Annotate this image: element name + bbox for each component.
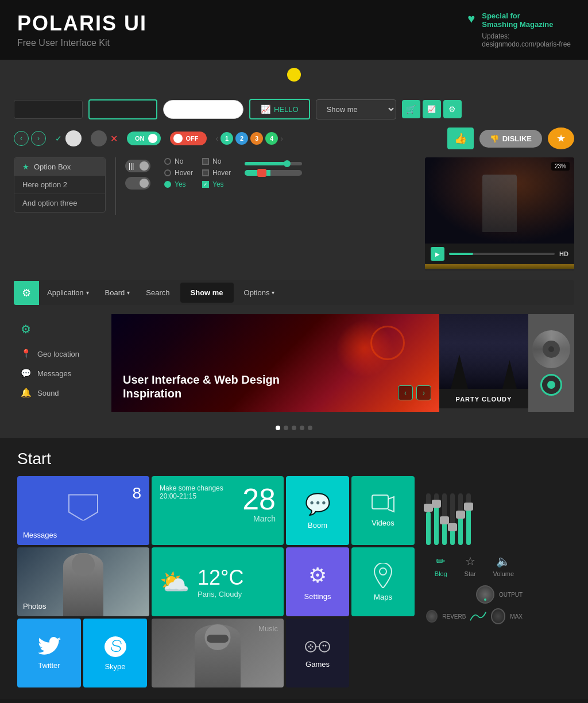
switch-on[interactable]: ON [127, 132, 161, 145]
banner-subtitle: Inspiration [123, 387, 280, 400]
svg-point-2 [319, 642, 330, 652]
toggle-circle-dark[interactable] [91, 130, 107, 146]
banner-dots [0, 421, 588, 438]
controls-row2: ‹ › ✓ ✕ ON OFF [14, 128, 574, 149]
nav-gear-btn[interactable]: ⚙ [14, 281, 39, 305]
eq-bar-5[interactable] [458, 493, 463, 545]
dot-1[interactable] [276, 426, 280, 430]
tile-music[interactable]: Music [152, 619, 284, 687]
output-knob[interactable] [476, 585, 494, 604]
video-progress-bar[interactable] [449, 253, 555, 255]
dropdown-item-2[interactable]: And option three [14, 194, 105, 212]
star-button[interactable]: ★ [548, 128, 574, 149]
music-label: Music [258, 624, 278, 633]
next-arrow[interactable]: › [31, 131, 46, 146]
range-slider-2[interactable] [245, 170, 302, 176]
page-4[interactable]: 4 [265, 132, 278, 145]
hello-button[interactable]: 📈 HELLO [249, 99, 310, 119]
chart-icon-btn[interactable]: 📈 [423, 100, 441, 118]
banner-next-btn[interactable]: › [416, 385, 431, 400]
pagination: ‹ 1 2 3 4 › [216, 132, 283, 145]
play-button[interactable]: ▶ [431, 247, 444, 261]
eq-bar-1[interactable] [426, 493, 431, 545]
output-label: OUTPUT [499, 592, 523, 598]
volume-control[interactable]: 🔈 Volume [493, 554, 514, 577]
page-1[interactable]: 1 [220, 132, 233, 145]
input-green[interactable]: Show me [88, 99, 157, 119]
sidebar-item-messages[interactable]: 💬 Messages [21, 364, 105, 383]
checkbox-hover-2[interactable]: Hover [202, 169, 231, 177]
nav-show-me-btn[interactable]: Show me [180, 283, 234, 303]
radio-yes-1[interactable]: Yes [164, 180, 193, 188]
like-button[interactable]: 👍 [447, 128, 474, 149]
cart-icon-btn[interactable]: 🛒 [402, 100, 420, 118]
prev-arrow[interactable]: ‹ [14, 131, 29, 146]
cd-disc [532, 330, 570, 368]
tile-skype[interactable]: Skype [83, 619, 147, 687]
special-text: Special for Smashing Magazine [482, 11, 571, 29]
svg-point-5 [310, 647, 312, 649]
tile-photos[interactable]: Photos [17, 547, 149, 616]
dislike-button[interactable]: 👎 DISLIKE [479, 130, 542, 148]
eq-bar-3[interactable] [442, 493, 447, 545]
checkbox-no-2[interactable]: No [202, 157, 231, 165]
tile-weather[interactable]: ⛅ 12°C Paris, Cloudy [152, 547, 284, 616]
nav-options[interactable]: Options ▾ [236, 281, 283, 304]
dot-3[interactable] [292, 426, 296, 430]
board-label: Board [105, 288, 125, 297]
dot-4[interactable] [300, 426, 304, 430]
output-row: OUTPUT [426, 585, 523, 604]
yes-label-1: Yes [175, 180, 186, 188]
toggle-circle-white[interactable] [65, 130, 82, 146]
icon-buttons-group: 🛒 📈 ⚙ [402, 100, 462, 118]
eq-bar-6[interactable] [466, 493, 471, 545]
page-3[interactable]: 3 [250, 132, 263, 145]
blog-control[interactable]: ✏ Blog [435, 554, 447, 577]
gear-icon-btn[interactable]: ⚙ [443, 100, 462, 118]
calendar-date-info: Make some changes 20:00-21:15 [160, 484, 223, 500]
eq-bar-2[interactable] [434, 493, 439, 545]
sidebar-item-sound[interactable]: 🔔 Sound [21, 383, 105, 403]
dropdown-item-1[interactable]: Here option 2 [14, 176, 105, 194]
geo-label: Geo location [37, 350, 79, 358]
select-dark[interactable]: Show me [316, 99, 396, 119]
nav-application[interactable]: Application ▾ [39, 281, 97, 304]
tile-settings[interactable]: ⚙ Settings [286, 547, 349, 616]
input-dark[interactable]: Show me [14, 100, 83, 119]
tile-videos[interactable]: Videos [351, 476, 415, 545]
eq-bar-4[interactable] [450, 493, 455, 545]
tile-boom[interactable]: 💬 Boom [286, 476, 349, 545]
tiles-col-3: 💬 Boom ⚙ Settings Games [286, 476, 349, 687]
messages-icon: 💬 [21, 368, 32, 378]
tile-calendar[interactable]: Make some changes 20:00-21:15 28 March [152, 476, 284, 545]
tile-messages[interactable]: 8 Messages [17, 476, 149, 545]
banner-prev-btn[interactable]: ‹ [398, 385, 413, 400]
checkbox-yes-2[interactable]: ✓ Yes [202, 180, 231, 188]
max-knob[interactable] [491, 608, 506, 624]
weather-tile-temp: 12°C [198, 566, 243, 590]
page-2[interactable]: 2 [235, 132, 248, 145]
toggle-h-inactive[interactable] [125, 177, 150, 190]
maps-icon [373, 563, 393, 588]
dot-2[interactable] [284, 426, 288, 430]
sidebar-item-geo[interactable]: 📍 Geo location [21, 344, 105, 364]
dot-5[interactable] [308, 426, 312, 430]
skype-label: Skype [105, 662, 125, 671]
toggle-h-active[interactable]: ||| [125, 160, 150, 172]
reverb-knob[interactable] [426, 610, 438, 623]
range-slider-1[interactable] [245, 162, 302, 165]
input-white[interactable]: Show me [163, 100, 243, 119]
tile-maps[interactable]: Maps [351, 547, 415, 616]
switch-off[interactable]: OFF [170, 132, 207, 145]
nav-board[interactable]: Board ▾ [97, 281, 138, 304]
radio-group-1: No Hover Yes [164, 157, 193, 188]
page-prev-icon: ‹ [216, 134, 219, 143]
cd-widget [528, 314, 574, 412]
radio-no-1[interactable]: No [164, 157, 193, 165]
cd-play-btn[interactable] [540, 374, 562, 396]
tile-games[interactable]: Games [286, 619, 349, 687]
no-label-1: No [175, 157, 183, 165]
tile-twitter[interactable]: Twitter [17, 619, 81, 687]
radio-hover-1[interactable]: Hover [164, 169, 193, 177]
star-control[interactable]: ☆ Star [465, 554, 476, 577]
